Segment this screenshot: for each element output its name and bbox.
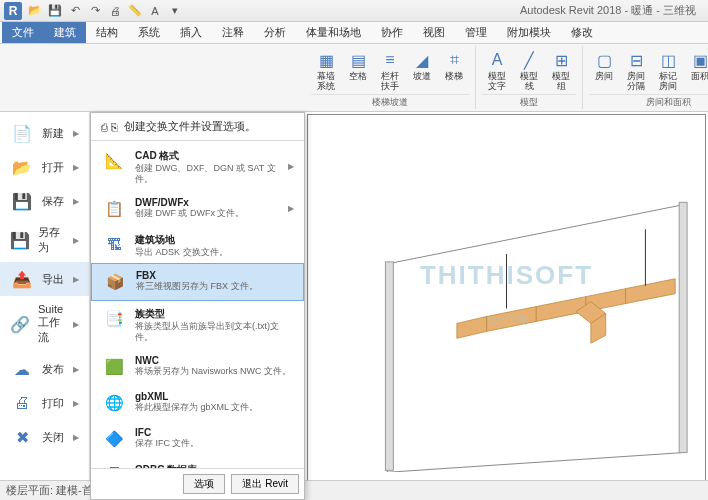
tab-view[interactable]: 视图 [413,22,455,43]
app-logo[interactable]: R [4,2,22,20]
qat-open-icon[interactable]: 📂 [28,4,42,18]
chevron-right-icon: ▶ [73,197,79,206]
export-item-ifc[interactable]: 🔷IFC保存 IFC 文件。 [91,421,304,457]
header-icons: ⎙ ⎘ [101,121,118,133]
export-item-title: NWC [135,355,294,366]
export-item-cad-[interactable]: 📐CAD 格式创建 DWG、DXF、DGN 或 SAT 文件。▶ [91,143,304,191]
btn-modeltext[interactable]: A模型文字 [482,47,512,94]
file-item-5[interactable]: 🔗Suite 工作流▶ [0,296,89,352]
file-item-0[interactable]: 📄新建▶ [0,116,89,150]
export-item-title: gbXML [135,391,294,402]
group-label-stairs: 楼梯坡道 [311,94,469,109]
tab-addins[interactable]: 附加模块 [497,22,561,43]
file-item-8[interactable]: ✖关闭▶ [0,420,89,454]
tab-manage[interactable]: 管理 [455,22,497,43]
btn-stair[interactable]: ⌗楼梯 [439,47,469,84]
btn-modelgroup[interactable]: ⊞模型组 [546,47,576,94]
ribbon-group-room: ▢房间 ⊟房间分隔 ◫标记房间 ▣面积 ▭面积标记 房间和面积 [583,46,708,109]
qat-redo-icon[interactable]: ↷ [88,4,102,18]
file-item-2[interactable]: 💾保存▶ [0,184,89,218]
file-item-label: 打开 [42,160,64,175]
export-item-desc: 将场景另存为 Navisworks NWC 文件。 [135,366,294,377]
chevron-right-icon: ▶ [73,399,79,408]
chevron-right-icon: ▶ [288,204,294,213]
file-item-1[interactable]: 📂打开▶ [0,150,89,184]
text-icon: A [486,49,508,71]
options-button[interactable]: 选项 [183,474,225,494]
export-item-icon: 🌐 [101,391,127,415]
main-area: 📄新建▶📂打开▶💾保存▶💾另存为▶📤导出▶🔗Suite 工作流▶☁发布▶🖨打印▶… [0,112,708,500]
btn-curtain[interactable]: ▦幕墙系统 [311,47,341,94]
export-item-nwc[interactable]: 🟩NWC将场景另存为 Navisworks NWC 文件。 [91,349,304,385]
submenu-footer: 选项 退出 Revit [91,468,304,499]
group-label-model: 模型 [482,94,576,109]
file-item-label: 发布 [42,362,64,377]
tab-structure[interactable]: 结构 [86,22,128,43]
export-item-desc: 导出 ADSK 交换文件。 [135,247,294,258]
export-item-dwf-dwfx[interactable]: 📋DWF/DWFx创建 DWF 或 DWFx 文件。▶ [91,191,304,227]
export-item-desc: 保存 IFC 文件。 [135,438,294,449]
tab-massing[interactable]: 体量和场地 [296,22,371,43]
file-item-label: 导出 [42,272,64,287]
qat-print-icon[interactable]: 🖨 [108,4,122,18]
qat-save-icon[interactable]: 💾 [48,4,62,18]
watermark-text: THITHISOFT [420,260,593,291]
file-item-icon: ✖ [10,427,34,447]
tab-collab[interactable]: 协作 [371,22,413,43]
qat-undo-icon[interactable]: ↶ [68,4,82,18]
export-item-desc: 创建 DWG、DXF、DGN 或 SAT 文件。 [135,163,280,185]
ribbon: ▦幕墙系统 ▤空格 ≡栏杆扶手 ◢坡道 ⌗楼梯 楼梯坡道 A模型文字 ╱模型线 … [0,44,708,112]
file-item-6[interactable]: ☁发布▶ [0,352,89,386]
btn-ramp[interactable]: ◢坡道 [407,47,437,84]
tab-analyze[interactable]: 分析 [254,22,296,43]
btn-roomsep[interactable]: ⊟房间分隔 [621,47,651,94]
group-icon: ⊞ [550,49,572,71]
export-item-title: IFC [135,427,294,438]
btn-tagroom[interactable]: ◫标记房间 [653,47,683,94]
export-item-desc: 将此模型保存为 gbXML 文件。 [135,402,294,413]
btn-area[interactable]: ▣面积 [685,47,708,84]
group-label-room: 房间和面积 [589,94,708,109]
file-item-label: Suite 工作流 [38,303,65,345]
titlebar: R 📂 💾 ↶ ↷ 🖨 📏 A ▾ Autodesk Revit 2018 - … [0,0,708,22]
file-menu: 📄新建▶📂打开▶💾保存▶💾另存为▶📤导出▶🔗Suite 工作流▶☁发布▶🖨打印▶… [0,112,90,500]
export-item-gbxml[interactable]: 🌐gbXML将此模型保存为 gbXML 文件。 [91,385,304,421]
export-item-desc: 将族类型从当前族导出到文本(.txt)文件。 [135,321,294,343]
room-icon: ▢ [593,49,615,71]
tab-file[interactable]: 文件 [2,22,44,43]
export-item-title: FBX [136,270,293,281]
exit-button[interactable]: 退出 Revit [231,474,299,494]
3d-model [308,115,705,472]
export-item--[interactable]: 📑族类型将族类型从当前族导出到文本(.txt)文件。 [91,301,304,349]
file-item-7[interactable]: 🖨打印▶ [0,386,89,420]
file-item-icon: 📄 [10,123,34,143]
3d-viewport[interactable]: THITHISOFT 软件下载 [307,114,706,498]
file-item-4[interactable]: 📤导出▶ [0,262,89,296]
qat-measure-icon[interactable]: 📏 [128,4,142,18]
qat-more-icon[interactable]: ▾ [168,4,182,18]
tab-modify[interactable]: 修改 [561,22,603,43]
tab-systems[interactable]: 系统 [128,22,170,43]
export-item-fbx[interactable]: 📦FBX将三维视图另存为 FBX 文件。 [91,263,304,301]
chevron-right-icon: ▶ [73,129,79,138]
tab-architecture[interactable]: 建筑 [44,22,86,43]
export-item--[interactable]: 🏗建筑场地导出 ADSK 交换文件。 [91,227,304,264]
file-item-icon: 📤 [10,269,34,289]
tab-insert[interactable]: 插入 [170,22,212,43]
chevron-right-icon: ▶ [73,275,79,284]
btn-room[interactable]: ▢房间 [589,47,619,84]
file-item-3[interactable]: 💾另存为▶ [0,218,89,262]
btn-railing[interactable]: ≡栏杆扶手 [375,47,405,94]
export-item-icon: 📑 [101,307,127,331]
tab-annotate[interactable]: 注释 [212,22,254,43]
file-item-label: 新建 [42,126,64,141]
chevron-right-icon: ▶ [73,163,79,172]
submenu-header: ⎙ ⎘ 创建交换文件并设置选项。 [91,113,304,141]
qat-text-icon[interactable]: A [148,4,162,18]
export-item-odbc-[interactable]: 🗄ODBC 数据库将模型数据保存到 ODBC 数据库。 [91,457,304,468]
export-item-icon: 🔷 [101,427,127,451]
watermark-sub: 软件下载 [487,314,527,328]
export-item-icon: 🏗 [101,233,127,257]
btn-modelline[interactable]: ╱模型线 [514,47,544,94]
btn-mullion[interactable]: ▤空格 [343,47,373,84]
